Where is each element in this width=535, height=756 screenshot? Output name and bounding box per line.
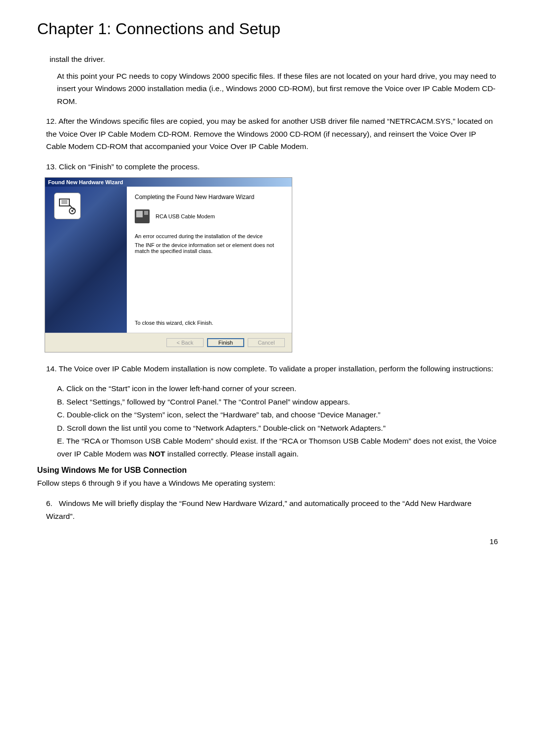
back-button: < Back (166, 338, 204, 347)
step-14-e-post: installed correctly. Please install agai… (165, 450, 299, 458)
step-14-e: E. The “RCA or Thomson USB Cable Modem” … (57, 435, 498, 460)
page-number: 16 (37, 537, 498, 546)
svg-rect-0 (59, 199, 69, 206)
wizard-titlebar: Found New Hardware Wizard (45, 178, 292, 187)
step-12: 12. After the Windows specific files are… (37, 115, 498, 153)
wizard-footer: < Back Finish Cancel (45, 333, 292, 352)
section-heading-windows-me: Using Windows Me for USB Connection (37, 466, 498, 475)
cancel-button: Cancel (248, 338, 285, 347)
step-14-d: D. Scroll down the list until you come t… (57, 422, 498, 435)
wizard-device-name: RCA USB Cable Modem (156, 213, 215, 219)
step-14-b: B. Select “Settings,” followed by “Contr… (57, 396, 498, 408)
paragraph-windows2000-files: At this point your PC needs to copy Wind… (57, 70, 498, 108)
finish-button[interactable]: Finish (207, 338, 244, 347)
step-6: 6. Windows Me will briefly display the “… (37, 497, 498, 522)
step-14-e-bold: NOT (149, 450, 165, 458)
wizard-heading: Completing the Found New Hardware Wizard (135, 194, 284, 201)
chapter-title: Chapter 1: Connections and Setup (37, 20, 498, 38)
step-14-a: A. Click on the “Start” icon in the lowe… (57, 382, 498, 395)
intro-line: install the driver. (50, 53, 498, 66)
found-new-hardware-wizard-dialog: Found New Hardware Wizard Completing the… (45, 177, 292, 353)
wizard-sidebar-image (45, 187, 127, 333)
step-13: 13. Click on “Finish” to complete the pr… (37, 160, 498, 173)
wizard-close-instruction: To close this wizard, click Finish. (135, 320, 213, 326)
section-intro-windows-me: Follow steps 6 through 9 if you have a W… (37, 477, 498, 490)
device-icon (135, 209, 150, 223)
hardware-icon (54, 193, 81, 219)
wizard-error-text: An error occurred during the installatio… (135, 233, 284, 239)
step-14-c: C. Double-click on the “System” icon, se… (57, 408, 498, 421)
wizard-inf-text: The INF or the device information set or… (135, 242, 284, 254)
step-14-lead: 14. The Voice over IP Cable Modem instal… (37, 362, 498, 375)
svg-point-4 (71, 210, 73, 212)
